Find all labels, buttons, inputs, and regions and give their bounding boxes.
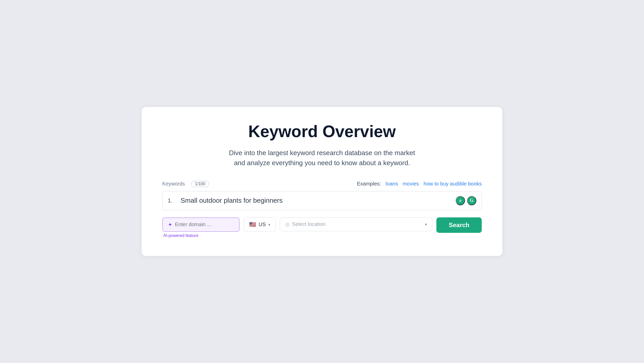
example-loans[interactable]: loans <box>386 181 398 187</box>
keywords-label: Keywords <box>162 181 185 187</box>
keyword-input-row: 1. G <box>162 191 482 210</box>
subtitle-line2: and analyze everything you need to know … <box>234 159 410 167</box>
examples-section: Examples: loans movies how to buy audibl… <box>357 181 482 187</box>
country-chevron-icon: ▾ <box>268 223 270 227</box>
domain-input-wrapper: ✦ AI-powered feature <box>162 217 240 238</box>
keywords-count-badge: 1/100 <box>191 181 209 187</box>
keyword-number: 1. <box>168 197 175 204</box>
main-card: Keyword Overview Dive into the largest k… <box>142 107 502 256</box>
page-subtitle: Dive into the largest keyword research d… <box>162 148 482 168</box>
keywords-label-row: Keywords 1/100 Examples: loans movies ho… <box>162 181 482 187</box>
location-pin-icon: ◎ <box>285 221 290 227</box>
country-code: US <box>259 222 266 227</box>
keyword-icons: G <box>456 196 476 205</box>
subtitle-line1: Dive into the largest keyword research d… <box>229 149 415 157</box>
country-select[interactable]: 🇺🇸 US ▾ <box>244 217 276 232</box>
controls-row: ✦ AI-powered feature 🇺🇸 US ▾ ◎ Select lo… <box>162 217 482 238</box>
examples-label: Examples: <box>357 181 381 187</box>
sparkle-icon: ✦ <box>168 222 172 228</box>
domain-input-box[interactable]: ✦ <box>162 217 240 232</box>
location-chevron-icon: ▾ <box>425 222 427 226</box>
grammarly-icon-button[interactable]: G <box>467 196 476 205</box>
example-movies[interactable]: movies <box>403 181 419 187</box>
location-placeholder: Select location <box>292 221 326 227</box>
keyword-input[interactable] <box>181 197 456 205</box>
location-select[interactable]: ◎ Select location ▾ <box>280 217 432 231</box>
domain-input[interactable] <box>175 222 226 227</box>
us-flag-icon: 🇺🇸 <box>249 221 256 228</box>
page-title: Keyword Overview <box>162 122 482 140</box>
search-button[interactable]: Search <box>436 217 482 233</box>
ai-powered-label: AI-powered feature <box>162 233 240 238</box>
import-icon-button[interactable] <box>456 196 465 205</box>
example-audible[interactable]: how to buy audible books <box>423 181 482 187</box>
